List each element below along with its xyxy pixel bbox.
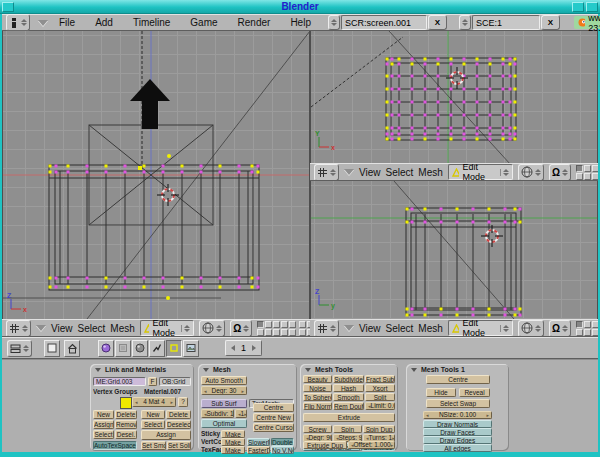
vp-menu-select[interactable]: Select (386, 323, 414, 334)
screw-button[interactable]: Screw (303, 425, 332, 433)
panel-alignment-button[interactable] (44, 340, 60, 357)
frame-next-icon[interactable] (252, 345, 256, 351)
sticky-make-button[interactable]: Make (221, 430, 245, 438)
optimal-toggle[interactable]: Optimal (201, 419, 247, 428)
viewport-front-canvas[interactable]: Zx (2, 31, 310, 319)
autotexspace-toggle[interactable]: AutoTexSpace (93, 441, 137, 450)
layer-toggle[interactable] (576, 329, 583, 336)
viewport-side-canvas[interactable]: Zy (310, 181, 598, 319)
vgroup-assign-button[interactable]: Assign (93, 420, 114, 429)
menu-collapse-triangle[interactable] (38, 20, 48, 26)
select-swap-button[interactable]: Select Swap (426, 399, 490, 408)
frame-prev-icon[interactable] (231, 345, 235, 351)
spin-dup-button[interactable]: Spin Dup (363, 425, 395, 433)
layer-toggle[interactable] (265, 321, 272, 328)
menu-game[interactable]: Game (181, 17, 226, 28)
vp-menu-view[interactable]: View (359, 323, 381, 334)
vgroup-new-button[interactable]: New (93, 410, 114, 419)
offset-field[interactable]: Offset: 1.000 (348, 441, 395, 449)
window-maximize-button[interactable] (572, 2, 584, 12)
layer-buttons[interactable] (576, 321, 598, 336)
vertcol-make-button[interactable]: Make (221, 438, 245, 446)
draw-edges-toggle[interactable]: Draw Edges (423, 436, 492, 444)
layer-toggle[interactable] (299, 329, 306, 336)
vgroup-remove-button[interactable]: Remove (115, 420, 137, 429)
draw-type-button[interactable] (518, 164, 544, 181)
set-solid-button[interactable]: Set Solid (167, 441, 191, 450)
script-context-button[interactable] (115, 340, 131, 357)
vgroup-desel-button[interactable]: Desel. (115, 430, 137, 439)
extrude-button[interactable]: Extrude (303, 413, 395, 422)
limit-field[interactable]: Limit: 0.001 (365, 402, 395, 410)
object-name-field[interactable]: OB:Grid (159, 377, 191, 386)
layer-toggle[interactable] (576, 321, 583, 328)
layer-toggle[interactable] (289, 329, 296, 336)
subdiv-field[interactable]: Subdiv: 1 (201, 409, 234, 418)
layer-toggle[interactable] (289, 321, 296, 328)
centre-button[interactable]: Centre (426, 375, 490, 384)
vp-menu-mesh[interactable]: Mesh (418, 167, 442, 178)
panel-collapse-icon[interactable] (305, 368, 311, 372)
flip-normals-button[interactable]: Flip Norm (303, 402, 332, 410)
frame-counter[interactable]: 1 (225, 340, 262, 356)
scene-name-field[interactable]: SCE:1 (472, 15, 540, 30)
centre-cursor-button[interactable]: Centre Cursor (253, 423, 294, 432)
draw-type-button[interactable] (518, 320, 544, 337)
menu-help[interactable]: Help (281, 17, 320, 28)
layer-toggle[interactable] (592, 165, 598, 172)
viewport-type-button[interactable] (314, 320, 339, 337)
nsize-field[interactable]: NSize: 0.100 (423, 411, 492, 419)
hash-button[interactable]: Hash (333, 384, 364, 392)
panel-collapse-icon[interactable] (411, 368, 417, 372)
draw-normals-toggle[interactable]: Draw Normals (423, 420, 492, 428)
set-smooth-button[interactable]: Set Smoo (141, 441, 166, 450)
centre-button[interactable]: Centre (253, 403, 294, 412)
material-assign-button[interactable]: Assign (141, 430, 191, 440)
fake-user-button[interactable]: F (148, 377, 157, 386)
object-context-button[interactable] (149, 340, 165, 357)
extrude-dup-button[interactable]: Extrude Dup (303, 441, 347, 449)
draw-type-button[interactable] (199, 320, 225, 337)
draw-faces-toggle[interactable]: Draw Faces (423, 428, 492, 436)
scene-context-button[interactable] (183, 340, 199, 357)
vp-menu-select[interactable]: Select (78, 323, 106, 334)
pivot-button[interactable]: Ω (230, 320, 252, 337)
layer-toggle[interactable] (257, 321, 264, 328)
split-button[interactable]: Split (365, 393, 395, 401)
vp-menu-view[interactable]: View (359, 167, 381, 178)
layer-toggle[interactable] (265, 329, 272, 336)
texface-make-button[interactable]: Make (221, 446, 245, 454)
smooth-button[interactable]: Smooth (333, 393, 364, 401)
material-index-stepper[interactable]: 4 Mat 4 (132, 397, 176, 407)
degr-field[interactable]: Degr: 30 (201, 386, 247, 395)
slower-draw-toggle[interactable]: SlowerDr (247, 438, 270, 446)
layer-toggle[interactable] (281, 329, 288, 336)
vp-menu-view[interactable]: View (51, 323, 73, 334)
layer-buttons[interactable] (257, 321, 310, 336)
panel-collapse-icon[interactable] (203, 368, 209, 372)
layer-buttons[interactable] (576, 165, 598, 180)
material-select-button[interactable]: Select (141, 420, 165, 429)
layer-toggle[interactable] (281, 321, 288, 328)
window-menu-button[interactable] (2, 2, 14, 12)
material-color-swatch[interactable] (120, 397, 132, 409)
vgroup-delete-button[interactable]: Delete (115, 410, 137, 419)
mode-dropdown[interactable]: Edit Mode (140, 320, 195, 336)
layer-toggle[interactable] (273, 321, 280, 328)
subdiv-render-field[interactable]: 1 (235, 409, 247, 418)
vp-menu-mesh[interactable]: Mesh (418, 323, 442, 334)
spin-button[interactable]: Spin (333, 425, 362, 433)
window-type-button[interactable] (7, 340, 32, 357)
screen-browse-button[interactable] (328, 15, 340, 30)
logic-context-button[interactable] (98, 340, 114, 357)
layer-toggle[interactable] (592, 173, 598, 180)
double-sided-toggle[interactable]: Double Sided (271, 438, 294, 446)
beauty-toggle[interactable]: Beauty (303, 375, 332, 383)
screen-close-button[interactable]: X (428, 15, 447, 30)
layer-toggle[interactable] (584, 329, 591, 336)
viewport-type-button[interactable] (314, 164, 339, 181)
layer-toggle[interactable] (576, 173, 583, 180)
mode-dropdown[interactable]: Edit Mode (448, 164, 513, 180)
layer-toggle[interactable] (576, 165, 583, 172)
vgroup-select-button[interactable]: Select (93, 430, 114, 439)
